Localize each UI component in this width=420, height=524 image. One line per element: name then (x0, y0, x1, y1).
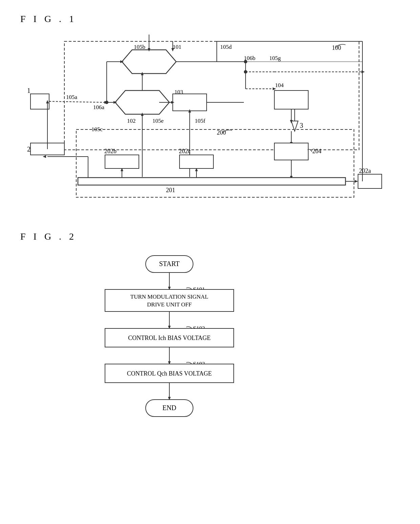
svg-text:204: 204 (312, 148, 321, 155)
svg-rect-60 (180, 155, 213, 168)
svg-marker-4 (122, 50, 176, 74)
svg-text:CONTROL Ich BIAS VOLTAGE: CONTROL Ich BIAS VOLTAGE (128, 335, 210, 341)
svg-text:200: 200 (217, 129, 226, 136)
svg-marker-62 (355, 180, 358, 183)
svg-text:105c: 105c (91, 126, 103, 133)
svg-text:105g: 105g (269, 55, 281, 61)
svg-text:202a: 202a (359, 167, 371, 174)
svg-text:101: 101 (173, 44, 182, 50)
svg-rect-57 (105, 155, 139, 168)
svg-rect-2 (30, 94, 49, 109)
svg-text:105e: 105e (152, 118, 164, 124)
svg-text:105b: 105b (134, 44, 145, 50)
svg-text:TURN MODULATION SIGNAL: TURN MODULATION SIGNAL (130, 294, 208, 300)
svg-rect-7 (274, 90, 308, 109)
fig2-container: START S101 TURN MODULATION SIGNAL DRIVE … (88, 249, 325, 452)
svg-text:END: END (162, 404, 176, 411)
svg-rect-0 (64, 41, 359, 150)
svg-marker-52 (43, 155, 46, 158)
svg-rect-6 (173, 94, 207, 111)
fig2-label: F I G . 2 (20, 231, 400, 242)
svg-rect-49 (78, 178, 345, 185)
svg-text:106b: 106b (244, 55, 255, 61)
svg-text:103: 103 (174, 89, 183, 95)
svg-text:1: 1 (27, 87, 30, 94)
fig1-label: F I G . 1 (20, 14, 400, 24)
svg-text:2: 2 (27, 145, 30, 153)
svg-text:105a: 105a (66, 94, 78, 100)
svg-text:202c: 202c (179, 148, 191, 155)
svg-text:CONTROL Qch BIAS VOLTAGE: CONTROL Qch BIAS VOLTAGE (127, 370, 212, 377)
svg-text:105d: 105d (220, 44, 232, 50)
svg-text:201: 201 (166, 187, 175, 194)
svg-text:102: 102 (127, 118, 136, 124)
svg-text:DRIVE UNIT OFF: DRIVE UNIT OFF (147, 301, 192, 308)
fig1-container: 100 105b 101 105d 105a 106a 102 105e 103… (20, 31, 386, 211)
svg-line-12 (49, 101, 104, 102)
svg-text:START: START (159, 260, 180, 267)
svg-text:3: 3 (300, 122, 303, 129)
svg-rect-63 (358, 174, 382, 188)
svg-text:104: 104 (275, 82, 284, 88)
svg-text:105f: 105f (195, 118, 206, 124)
svg-text:106a: 106a (93, 104, 105, 110)
svg-rect-46 (274, 143, 308, 160)
svg-text:100: 100 (332, 44, 341, 51)
svg-text:202b: 202b (104, 148, 117, 155)
svg-rect-97 (105, 289, 234, 311)
svg-marker-68 (361, 70, 365, 73)
